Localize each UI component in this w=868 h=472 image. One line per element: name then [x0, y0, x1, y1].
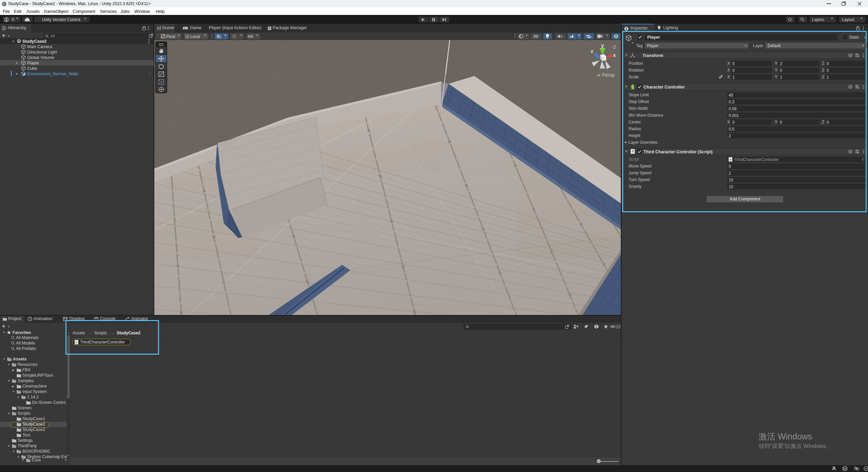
svg-text:y: y	[601, 42, 604, 48]
svg-text:x: x	[613, 52, 616, 58]
svg-text:⋖ Persp: ⋖ Persp	[597, 72, 614, 78]
svg-text:z: z	[591, 48, 593, 54]
svg-text:Y: Y	[219, 36, 221, 39]
